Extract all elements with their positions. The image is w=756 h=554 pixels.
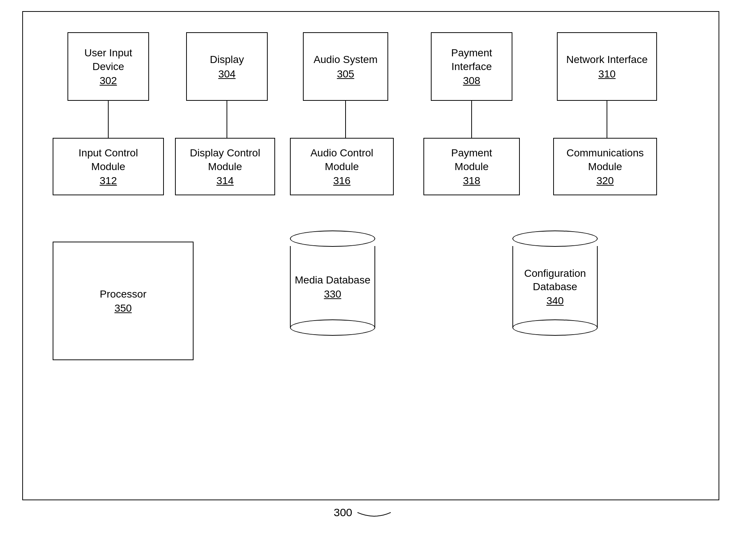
audio-control-module-number: 316	[333, 175, 351, 187]
input-control-module-label: Input ControlModule	[79, 146, 138, 173]
display-label: Display	[210, 53, 244, 66]
diagram-border: User InputDevice 302 Display 304 Audio S…	[22, 11, 719, 500]
user-input-device-number: 302	[100, 75, 117, 87]
diagram-number-label: 300	[334, 506, 352, 519]
network-interface-label: Network Interface	[566, 53, 647, 66]
network-interface-box: Network Interface 310	[557, 32, 657, 101]
diagram-label-arrow	[357, 507, 391, 518]
payment-interface-label: PaymentInterface	[451, 46, 492, 73]
display-box: Display 304	[186, 32, 268, 101]
display-control-module-number: 314	[217, 175, 234, 187]
audio-control-module-box: Audio ControlModule 316	[290, 138, 394, 195]
network-interface-number: 310	[598, 68, 616, 80]
processor-box: Processor 350	[53, 242, 194, 360]
input-control-module-number: 312	[100, 175, 117, 187]
payment-interface-box: PaymentInterface 308	[431, 32, 512, 101]
processor-number: 350	[115, 302, 132, 314]
communications-module-number: 320	[597, 175, 614, 187]
media-database-number: 330	[324, 288, 341, 300]
display-control-module-label: Display ControlModule	[190, 146, 260, 173]
config-database-label: ConfigurationDatabase	[524, 267, 586, 294]
display-control-module-box: Display ControlModule 314	[175, 138, 275, 195]
user-input-device-box: User InputDevice 302	[67, 32, 149, 101]
audio-system-number: 305	[337, 68, 354, 80]
audio-system-box: Audio System 305	[303, 32, 388, 101]
input-control-module-box: Input ControlModule 312	[53, 138, 164, 195]
payment-module-number: 318	[463, 175, 481, 187]
connector-display-dcm	[227, 101, 227, 138]
media-database-label: Media Database	[295, 273, 370, 287]
communications-module-label: CommunicationsModule	[567, 146, 644, 173]
communications-module-box: CommunicationsModule 320	[553, 138, 657, 195]
config-database-number: 340	[547, 295, 564, 307]
connector-audio-acm	[345, 101, 346, 138]
payment-module-box: PaymentModule 318	[423, 138, 520, 195]
audio-control-module-label: Audio ControlModule	[310, 146, 373, 173]
audio-system-label: Audio System	[314, 53, 378, 66]
connector-pi-pm	[471, 101, 472, 138]
display-number: 304	[218, 68, 236, 80]
payment-module-label: PaymentModule	[451, 146, 492, 173]
user-input-device-label: User InputDevice	[84, 46, 132, 73]
diagram-label-container: 300	[334, 506, 391, 519]
media-database-cylinder: Media Database 330	[290, 230, 375, 328]
page-container: User InputDevice 302 Display 304 Audio S…	[0, 0, 756, 554]
payment-interface-number: 308	[463, 75, 481, 87]
processor-label: Processor	[100, 288, 146, 301]
connector-uid-icm	[108, 101, 109, 138]
config-database-cylinder: ConfigurationDatabase 340	[512, 230, 598, 328]
connector-ni-cm	[607, 101, 607, 138]
